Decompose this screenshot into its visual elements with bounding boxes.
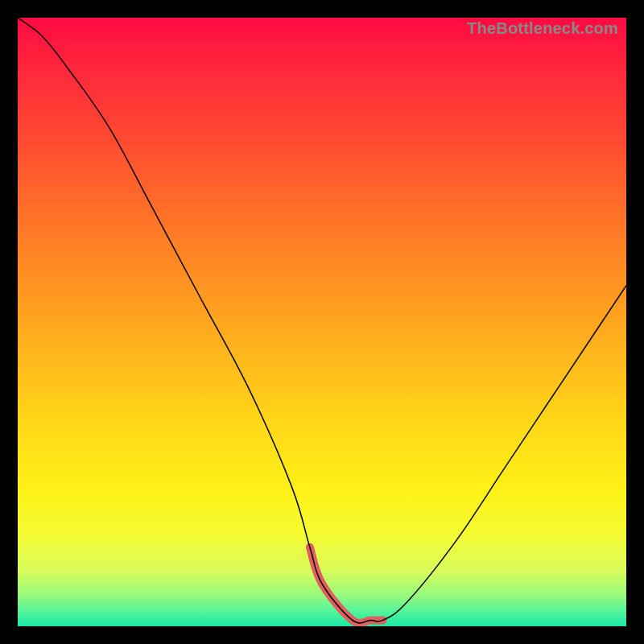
watermark-text: TheBottleneck.com (467, 19, 618, 38)
bottleneck-curve (18, 18, 626, 623)
chart-area: TheBottleneck.com (18, 18, 626, 626)
bottleneck-chart (18, 18, 626, 626)
optimal-range-curve (310, 547, 383, 623)
